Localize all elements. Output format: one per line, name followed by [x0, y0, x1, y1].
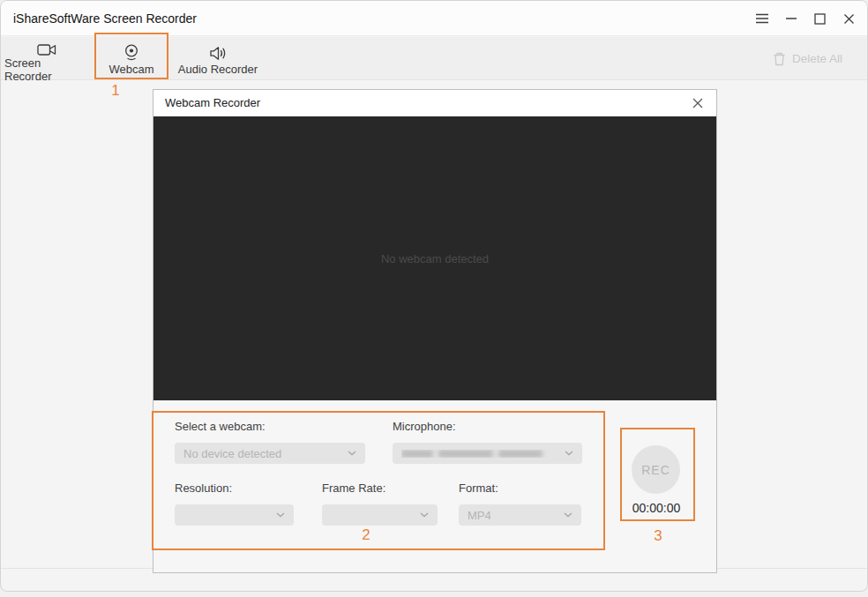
- webcam-dropdown[interactable]: No device detected: [175, 443, 365, 464]
- close-icon[interactable]: [834, 1, 864, 36]
- resolution-dropdown[interactable]: [175, 504, 294, 526]
- annotation-number-1: 1: [103, 82, 128, 100]
- format-field-label: Format:: [459, 481, 498, 495]
- camcorder-icon: [37, 43, 56, 56]
- dialog-header: Webcam Recorder: [153, 90, 716, 116]
- menu-icon[interactable]: [747, 1, 776, 36]
- chevron-down-icon: [348, 451, 356, 456]
- webcam-field-label: Select a webcam:: [175, 420, 266, 433]
- screen-recorder-label: Screen Recorder: [4, 56, 89, 83]
- dialog-title: Webcam Recorder: [165, 90, 260, 116]
- delete-all-label: Delete All: [792, 52, 842, 65]
- chevron-down-icon: [564, 512, 572, 518]
- chevron-down-icon: [420, 512, 429, 518]
- format-dropdown-value: MP4: [468, 509, 558, 522]
- frame-rate-dropdown[interactable]: [322, 504, 438, 526]
- delete-all-button[interactable]: Delete All: [773, 37, 842, 80]
- no-webcam-message: No webcam detected: [381, 252, 489, 265]
- audio-recorder-label: Audio Recorder: [178, 63, 258, 76]
- microphone-field-label: Microphone:: [393, 420, 456, 433]
- resolution-field-label: Resolution:: [175, 481, 232, 495]
- dialog-close-icon[interactable]: [690, 95, 706, 111]
- chevron-down-icon: [565, 451, 573, 456]
- maximize-icon[interactable]: [805, 1, 834, 36]
- rec-button[interactable]: REC: [632, 445, 680, 494]
- toolbar: Screen Recorder Webcam Audio Recorder De…: [1, 37, 867, 80]
- screen-recorder-button[interactable]: Screen Recorder: [4, 41, 89, 78]
- webcam-dropdown-value: No device detected: [183, 447, 342, 460]
- minimize-icon[interactable]: [776, 1, 805, 36]
- title-bar: iShareSoftWare Screen Recorder: [1, 1, 867, 36]
- window-controls: [747, 1, 864, 36]
- chevron-down-icon: [276, 512, 285, 518]
- webcam-button[interactable]: Webcam: [94, 41, 168, 78]
- trash-icon: [773, 52, 786, 66]
- app-window: iShareSoftWare Screen Recorder Screen Re…: [0, 0, 868, 592]
- webcam-recorder-dialog: Webcam Recorder No webcam detected Selec…: [153, 89, 717, 573]
- recording-timer: 00:00:00: [621, 501, 692, 515]
- audio-recorder-button[interactable]: Audio Recorder: [176, 41, 260, 78]
- webcam-preview-area: No webcam detected: [153, 116, 716, 400]
- webcam-icon: [123, 43, 139, 61]
- webcam-label: Webcam: [108, 63, 153, 76]
- microphone-dropdown-value-redacted: [401, 450, 559, 458]
- app-title: iShareSoftWare Screen Recorder: [13, 1, 197, 36]
- format-dropdown[interactable]: MP4: [459, 504, 581, 526]
- speaker-icon: [209, 43, 227, 61]
- microphone-dropdown[interactable]: [393, 443, 582, 464]
- frame-rate-field-label: Frame Rate:: [322, 481, 385, 495]
